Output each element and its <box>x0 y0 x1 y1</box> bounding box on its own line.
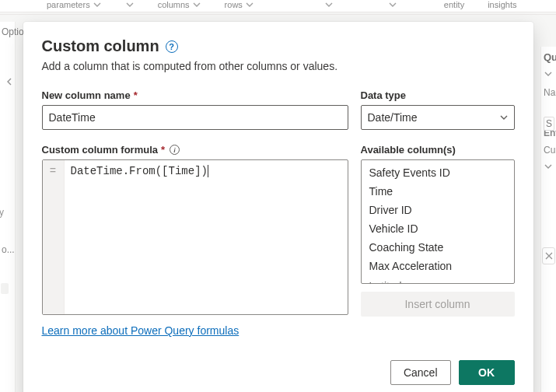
list-item[interactable]: Driver ID <box>362 201 514 219</box>
custom-column-dialog: Custom column ? Add a column that is com… <box>23 22 533 392</box>
formula-label: Custom column formula* i <box>42 144 348 156</box>
list-item[interactable]: Time <box>362 182 514 201</box>
list-item[interactable]: Safety Events ID <box>362 163 514 182</box>
modal-overlay: Custom column ? Add a column that is com… <box>0 0 556 392</box>
editor-gutter: = <box>43 160 65 314</box>
column-name-label: New column name* <box>42 89 348 101</box>
help-icon[interactable]: ? <box>166 40 178 53</box>
cancel-button[interactable]: Cancel <box>390 360 451 385</box>
dialog-description: Add a column that is computed from other… <box>42 60 515 72</box>
editor-code[interactable]: DateTime.From([Time]) <box>65 160 348 314</box>
available-columns-label: Available column(s) <box>361 144 515 156</box>
available-columns-list[interactable]: Safety Events ID Time Driver ID Vehicle … <box>361 159 515 284</box>
list-item[interactable]: Coaching State <box>362 238 514 257</box>
info-icon[interactable]: i <box>170 145 180 155</box>
list-item[interactable]: Vehicle ID <box>362 219 514 238</box>
list-item[interactable]: Max Acceleration <box>362 257 514 275</box>
formula-editor[interactable]: = DateTime.From([Time]) <box>42 159 348 315</box>
list-item[interactable]: Latitude <box>362 277 514 284</box>
ok-button[interactable]: OK <box>459 360 515 385</box>
dialog-title: Custom column <box>42 37 159 55</box>
data-type-label: Data type <box>361 89 515 101</box>
insert-column-button: Insert column <box>361 292 515 317</box>
data-type-select[interactable]: Date/Time <box>361 105 515 130</box>
column-name-input[interactable] <box>42 105 348 130</box>
learn-more-link[interactable]: Learn more about Power Query formulas <box>42 324 240 337</box>
